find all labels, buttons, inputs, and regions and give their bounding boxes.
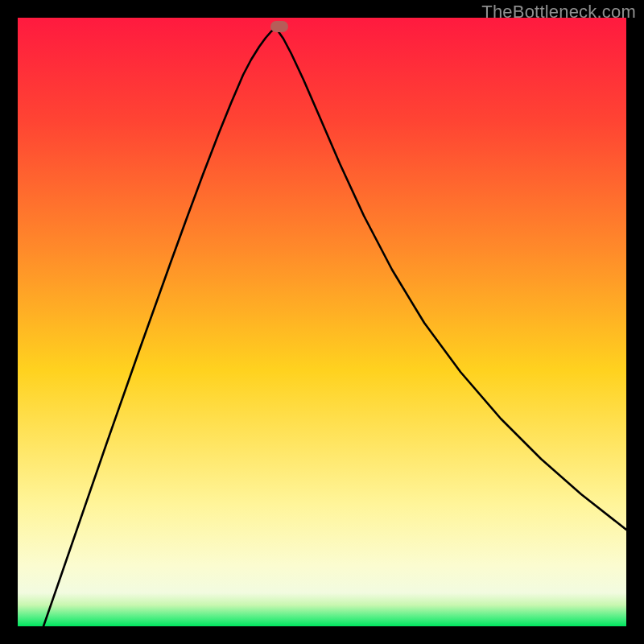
chart-svg — [18, 18, 626, 626]
watermark-text: TheBottleneck.com — [481, 2, 636, 23]
chart-frame — [18, 18, 626, 626]
optimal-point-marker — [270, 21, 288, 32]
plot-background — [18, 18, 626, 626]
